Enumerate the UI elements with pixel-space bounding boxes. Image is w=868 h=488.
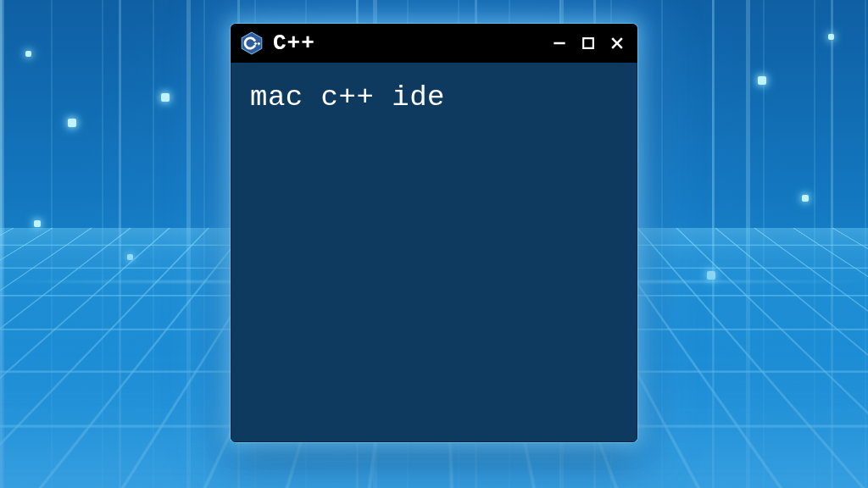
svg-rect-6 — [583, 38, 593, 48]
cpp-hex-icon — [240, 31, 264, 55]
app-icon — [239, 30, 264, 56]
maximize-icon — [580, 35, 597, 52]
maximize-button[interactable] — [578, 33, 598, 53]
close-icon — [609, 35, 626, 52]
circuit-node — [802, 195, 809, 202]
titlebar[interactable]: C++ — [231, 24, 637, 63]
window-controls — [549, 33, 627, 53]
circuit-node — [758, 76, 766, 85]
circuit-node — [828, 34, 834, 40]
circuit-node — [34, 220, 41, 227]
circuit-node — [25, 51, 31, 57]
minimize-button[interactable] — [549, 33, 570, 53]
terminal-text: mac c++ ide — [250, 81, 445, 114]
close-button[interactable] — [607, 33, 627, 53]
minimize-icon — [551, 35, 568, 52]
window-title: C++ — [273, 30, 541, 56]
circuit-node — [161, 93, 170, 102]
circuit-node — [68, 119, 76, 127]
terminal-content[interactable]: mac c++ ide — [231, 63, 637, 442]
terminal-window: C++ mac c++ ide — [231, 24, 637, 442]
